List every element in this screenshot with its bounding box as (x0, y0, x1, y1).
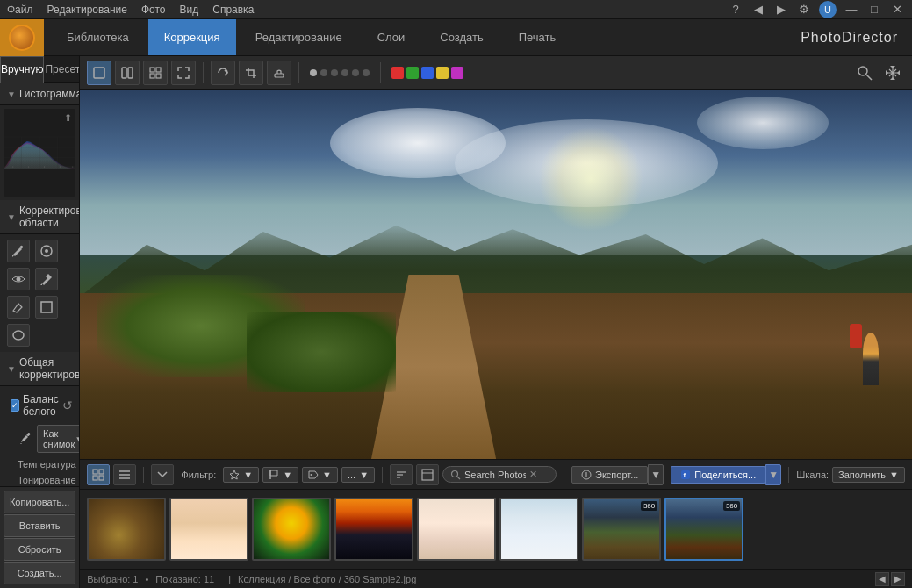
dropper-tool[interactable] (18, 429, 32, 448)
hiker (863, 333, 879, 385)
view-compare-btn[interactable] (115, 61, 140, 85)
thumb-4[interactable] (334, 498, 413, 561)
thumb-3[interactable] (252, 498, 331, 561)
svg-rect-24 (150, 74, 154, 78)
maximize-button[interactable]: □ (866, 2, 882, 18)
fullscreen-btn[interactable] (171, 61, 196, 85)
scale-select[interactable]: Заполнить ▼ (832, 467, 905, 483)
paste-button[interactable]: Вставить (4, 514, 75, 537)
thumb-1[interactable] (87, 498, 166, 561)
filmstrip-grid-view[interactable] (87, 464, 110, 485)
svg-point-17 (13, 331, 24, 340)
svg-rect-23 (156, 68, 161, 72)
filmstrip-list-view[interactable] (113, 464, 136, 485)
pan-tool[interactable] (880, 61, 905, 85)
copy-button[interactable]: Копировать... (4, 491, 75, 513)
menu-edit[interactable]: Редактирование (47, 4, 127, 16)
reset-button[interactable]: Сбросить (4, 538, 75, 561)
svg-point-37 (311, 474, 312, 476)
tab-preset[interactable]: Пресет (44, 56, 80, 82)
selected-count: Выбрано: 1 (87, 574, 138, 584)
layout-btn[interactable] (416, 464, 439, 485)
thumb-6[interactable] (499, 498, 578, 561)
tab-layers[interactable]: Слои (362, 19, 421, 55)
scale-dropdown-icon: ▼ (889, 470, 899, 480)
filmstrip-sort-btn[interactable] (151, 464, 174, 485)
color-blue[interactable] (421, 67, 434, 79)
rotate-btn[interactable] (211, 61, 235, 85)
user-icon[interactable]: U (819, 1, 837, 18)
white-balance-section: ✓ Баланс белого ↺ Как снимок ▼ Температу… (0, 386, 79, 486)
svg-point-14 (45, 249, 48, 253)
pen-tool[interactable] (35, 268, 58, 290)
filter-star-dropdown[interactable]: ▼ (223, 467, 259, 483)
close-button[interactable]: ✕ (889, 2, 905, 18)
menu-file[interactable]: Файл (7, 4, 33, 16)
sort-order-btn[interactable] (390, 464, 413, 485)
export-dropdown-arrow[interactable]: ▼ (648, 464, 664, 485)
white-balance-title: Баланс белого (23, 393, 59, 418)
svg-line-28 (866, 75, 872, 80)
histogram-export-icon[interactable]: ⬆ (64, 112, 72, 124)
ellipse-selection-tool[interactable] (7, 324, 30, 347)
forward-icon[interactable]: ▶ (773, 2, 789, 18)
thumb-7[interactable]: 360 (582, 498, 661, 561)
view-single-btn[interactable] (87, 61, 111, 85)
svg-rect-26 (275, 74, 284, 77)
stamp-btn[interactable] (267, 61, 291, 85)
scroll-right-btn[interactable]: ▶ (891, 572, 905, 586)
share-dropdown-arrow[interactable]: ▼ (765, 464, 781, 485)
tab-manual[interactable]: Вручную (0, 56, 44, 83)
svg-point-43 (452, 470, 458, 477)
menu-photo[interactable]: Фото (141, 4, 166, 16)
color-yellow[interactable] (436, 67, 449, 79)
white-balance-checkbox[interactable]: ✓ (11, 399, 19, 412)
create-button[interactable]: Создать... (4, 562, 75, 584)
tab-create[interactable]: Создать (424, 19, 499, 55)
minimize-button[interactable]: — (844, 2, 859, 18)
search-clear-icon[interactable]: ✕ (529, 469, 537, 480)
white-balance-reset[interactable]: ↺ (62, 398, 73, 412)
export-button[interactable]: Экспорт... (571, 466, 648, 484)
tab-library[interactable]: Библиотека (51, 19, 145, 55)
scroll-left-btn[interactable]: ◀ (875, 572, 889, 586)
brush-tool[interactable] (7, 240, 30, 262)
menu-view[interactable]: Вид (180, 4, 199, 16)
tab-correction[interactable]: Коррекция (148, 19, 236, 55)
tab-editing[interactable]: Редактирование (240, 19, 358, 55)
help-icon[interactable]: ? (728, 2, 743, 18)
ft-sep-3 (564, 467, 564, 483)
gradient-radial-tool[interactable] (35, 240, 58, 262)
thumb-5[interactable] (417, 498, 496, 561)
crop-btn[interactable] (239, 61, 263, 85)
white-balance-header[interactable]: ✓ Баланс белого ↺ (0, 390, 79, 421)
general-correction-header[interactable]: ▼ Общая корректировка (0, 352, 79, 386)
toolbar-sep-2 (298, 62, 299, 83)
back-icon[interactable]: ◀ (750, 2, 766, 18)
view-grid-btn[interactable] (143, 61, 168, 85)
filter-more-dropdown[interactable]: ... ▼ (341, 467, 375, 483)
settings-icon[interactable]: ⚙ (796, 2, 812, 18)
dot-5 (352, 69, 359, 76)
histogram-section-header[interactable]: ▼ Гистограмма Цвет Ч&Б (0, 83, 79, 105)
eraser-tool[interactable] (7, 296, 30, 319)
thumb-8[interactable]: 360 (664, 498, 743, 561)
tab-print[interactable]: Печать (503, 19, 572, 55)
color-purple[interactable] (451, 67, 463, 79)
white-balance-select[interactable]: Как снимок ▼ (37, 425, 79, 453)
eye-tool[interactable] (7, 268, 30, 290)
region-correction-header[interactable]: ▼ Корректировка области (0, 200, 79, 234)
zoom-tool[interactable] (852, 61, 877, 85)
toolbar-sep-3 (380, 62, 381, 83)
filter-more-text: ... (348, 470, 355, 480)
menu-help[interactable]: Справка (212, 4, 254, 16)
search-input[interactable] (464, 470, 526, 480)
filter-label-dropdown[interactable]: ▼ (302, 467, 338, 483)
color-red[interactable] (391, 67, 404, 79)
main-image-area[interactable] (80, 90, 912, 459)
color-green[interactable] (406, 67, 419, 79)
thumb-2[interactable] (169, 498, 248, 561)
filter-flag-dropdown[interactable]: ▼ (262, 467, 298, 483)
share-button[interactable]: f Поделиться... (671, 466, 765, 484)
rect-selection-tool[interactable] (35, 296, 58, 319)
